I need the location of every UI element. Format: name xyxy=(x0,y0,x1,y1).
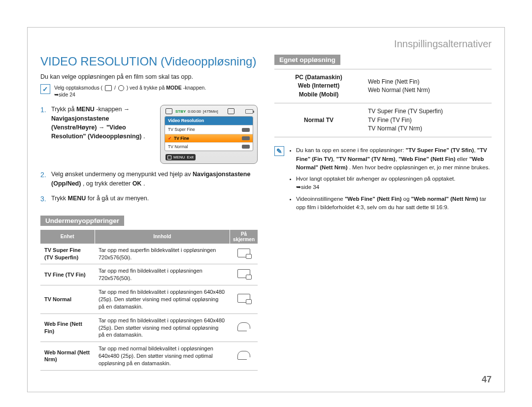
resolution-webnormal-icon xyxy=(237,351,250,360)
lcd-menu-title: Video Resolution xyxy=(165,117,253,125)
menu-square-icon xyxy=(167,156,171,159)
page-title: VIDEO RESOLUTION (Videooppløsning) xyxy=(40,55,258,68)
lcd-menu-panel: Video Resolution TV Super Fine ✓TV Fine … xyxy=(165,116,253,151)
list-item: Du kan ta opp en scene i fire oppløsning… xyxy=(296,146,492,172)
step-3: Trykk MENU for å gå ut av menyen. xyxy=(40,194,258,203)
table-row: TV Fine (TV Fin) Tar opp med fin bildekv… xyxy=(40,264,258,285)
fit-table: PC (Datamaskin) Web (Internett) Mobile (… xyxy=(274,69,492,137)
page-number: 47 xyxy=(482,375,492,385)
camcorder-icon xyxy=(105,85,112,91)
resolution-webfine-icon xyxy=(237,322,250,331)
resolution-fine-icon xyxy=(237,269,250,278)
table-row: PC (Datamaskin) Web (Internett) Mobile (… xyxy=(274,69,492,103)
info-note-icon: ✎ xyxy=(274,146,284,156)
submenu-table: Enhet Innhold På skjermen TV Super Fine … xyxy=(40,230,258,371)
battery-icon xyxy=(245,109,253,114)
mode-icon xyxy=(166,108,172,114)
section-header: Innspillingsalternativer xyxy=(40,38,492,50)
lcd-menu-item-selected: ✓TV Fine xyxy=(165,134,253,142)
camera-lcd-screenshot: STBY 0:00:00 [475Min] Video Resolution T… xyxy=(160,105,258,164)
table-row: Normal TV TV Super Fine (TV Superfin) TV… xyxy=(274,103,492,137)
camera-icon xyxy=(118,85,124,91)
quality-icon xyxy=(242,145,250,149)
fit-values: TV Super Fine (TV Superfin) TV Fine (TV … xyxy=(363,103,492,137)
stby-remaining: [475Min] xyxy=(203,109,218,115)
fit-category: Normal TV xyxy=(274,103,363,137)
manual-page: Innspillingsalternativer VIDEO RESOLUTIO… xyxy=(27,27,505,392)
info-note: ✎ Du kan ta opp en scene i fire oppløsni… xyxy=(274,146,492,215)
submenu-section-bar: Undermenyoppføringer xyxy=(40,216,124,226)
th-onscreen: På skjermen xyxy=(230,230,258,244)
resolution-superfine-icon xyxy=(237,249,250,257)
intro-text: Du kan velge oppløsningen på en film som… xyxy=(40,73,258,80)
fit-section-bar: Egnet oppløsning xyxy=(274,55,340,65)
right-column: Egnet oppløsning PC (Datamaskin) Web (In… xyxy=(274,55,492,382)
fit-values: Web Fine (Nett Fin) Web Normal (Nett Nrm… xyxy=(363,69,492,103)
two-column-layout: VIDEO RESOLUTION (Videooppløsning) Du ka… xyxy=(40,55,492,382)
left-column: VIDEO RESOLUTION (Videooppløsning) Du ka… xyxy=(40,55,258,382)
fit-category: PC (Datamaskin) Web (Internett) Mobile (… xyxy=(274,69,363,103)
steps-list: Trykk på MENU -knappen → Navigasjonstast… xyxy=(40,105,258,202)
lcd-menu-item: TV Super Fine xyxy=(165,125,253,133)
table-row: TV Super Fine (TV Superfin) Tar opp med … xyxy=(40,244,258,264)
quality-icon xyxy=(242,128,250,132)
mode-note-text: Velg opptaksmodus ( / ) ved å trykke på … xyxy=(54,84,206,98)
table-row: Web Fine (Nett Fin) Tar opp med fin bild… xyxy=(40,313,258,342)
table-row: Web Normal (Nett Nrm) Tar opp med normal… xyxy=(40,342,258,371)
step-1: Trykk på MENU -knappen → Navigasjonstast… xyxy=(40,105,258,164)
resolution-normal-icon xyxy=(237,294,250,303)
th-unit: Enhet xyxy=(40,230,95,244)
mode-note: ✓ Velg opptaksmodus ( / ) ved å trykke p… xyxy=(40,84,258,98)
quality-icon xyxy=(242,136,250,140)
lcd-exit-hint: MENU Exit xyxy=(166,154,196,161)
th-content: Innhold xyxy=(95,230,230,244)
table-row: TV Normal Tar opp med fin bildekvalitet … xyxy=(40,285,258,314)
stby-time: 0:00:00 xyxy=(188,109,201,115)
card-icon xyxy=(228,108,234,114)
step-2: Velg ønsket undermeny og menypunkt ved h… xyxy=(40,170,258,188)
check-note-icon: ✓ xyxy=(40,84,50,94)
info-bullet-list: Du kan ta opp en scene i fire oppløsning… xyxy=(289,146,492,215)
list-item: Hvor langt opptaket blir avhenger av opp… xyxy=(296,175,492,192)
lcd-menu-item: TV Normal xyxy=(165,142,253,151)
check-icon: ✓ xyxy=(168,135,172,141)
stby-label: STBY xyxy=(175,109,186,115)
list-item: Videoinnstillingene "Web Fine" (Nett Fin… xyxy=(296,195,492,212)
